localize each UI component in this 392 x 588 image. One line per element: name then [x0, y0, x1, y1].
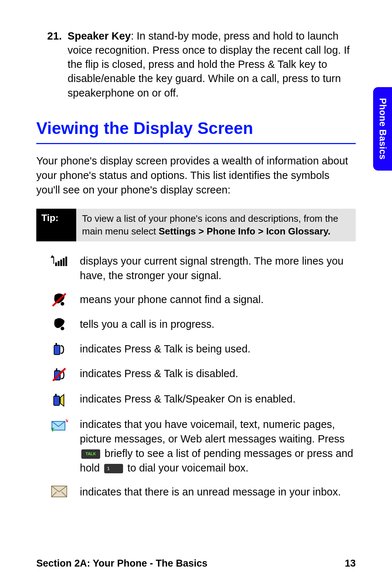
ptt-speaker-icon — [47, 392, 71, 408]
intro-paragraph: Your phone's display screen provides a w… — [36, 154, 356, 197]
list-item-21: 21. Speaker Key: In stand-by mode, press… — [36, 29, 356, 100]
messages-icon: v T — [47, 417, 71, 475]
row-text: indicates that you have voicemail, text,… — [80, 417, 356, 475]
tip-bold: Settings > Phone Info > Icon Glossary. — [159, 226, 330, 237]
svg-rect-9 — [54, 345, 60, 355]
row-no-signal: means your phone cannot find a signal. — [47, 292, 356, 307]
item-body: Speaker Key: In stand-by mode, press and… — [68, 29, 356, 100]
tip-box: Tip: To view a list of your phone's icon… — [36, 209, 356, 241]
section-tab-label: Phone Basics — [377, 98, 388, 160]
svg-point-6 — [61, 302, 64, 306]
svg-rect-1 — [55, 262, 57, 266]
svg-rect-15 — [55, 394, 57, 397]
row-messages: v T indicates that you have voicemail, t… — [47, 417, 356, 475]
row-signal: displays your current signal strength. T… — [47, 254, 356, 283]
item-number: 21. — [47, 29, 62, 100]
svg-rect-4 — [63, 258, 65, 266]
item-label: Speaker Key — [68, 30, 131, 42]
svg-text:T: T — [51, 427, 54, 432]
call-icon — [47, 317, 71, 332]
one-key-icon — [104, 464, 123, 473]
icon-glossary-list: displays your current signal strength. T… — [36, 254, 356, 499]
signal-icon — [47, 254, 71, 283]
row-ptt-speaker: indicates Press & Talk/Speaker On is ena… — [47, 392, 356, 408]
svg-marker-16 — [60, 395, 64, 406]
svg-rect-10 — [56, 343, 57, 346]
footer-section: Section 2A: Your Phone - The Basics — [36, 558, 208, 569]
row-text: indicates Press & Talk is disabled. — [80, 366, 356, 382]
svg-text:v: v — [66, 418, 68, 423]
row-text: tells you a call is in progress. — [80, 317, 356, 332]
tip-body: To view a list of your phone's icons and… — [76, 209, 356, 241]
heading-viewing-display: Viewing the Display Screen — [36, 118, 356, 138]
row-text: displays your current signal strength. T… — [80, 254, 356, 283]
svg-marker-0 — [50, 255, 54, 264]
envelope-icon — [47, 485, 71, 499]
svg-rect-12 — [56, 368, 57, 371]
row-call: tells you a call is in progress. — [47, 317, 356, 332]
footer-page: 13 — [345, 558, 356, 569]
page-footer: Section 2A: Your Phone - The Basics 13 — [36, 558, 356, 569]
row-text: indicates that there is an unread messag… — [80, 485, 356, 499]
row-unread: indicates that there is an unread messag… — [47, 485, 356, 499]
ptt-disabled-icon — [47, 366, 71, 382]
row-text: means your phone cannot find a signal. — [80, 292, 356, 307]
svg-rect-2 — [58, 261, 60, 266]
svg-point-8 — [61, 327, 64, 330]
no-signal-icon — [47, 292, 71, 307]
talk-key-icon — [81, 449, 100, 459]
row-ptt-disabled: indicates Press & Talk is disabled. — [47, 366, 356, 382]
svg-rect-5 — [65, 257, 67, 266]
section-tab: Phone Basics — [373, 87, 392, 171]
svg-rect-14 — [54, 396, 60, 405]
row-text: indicates Press & Talk/Speaker On is ena… — [80, 392, 356, 408]
row-text: indicates Press & Talk is being used. — [80, 342, 356, 357]
svg-rect-3 — [60, 260, 62, 266]
row-ptt: indicates Press & Talk is being used. — [47, 342, 356, 357]
heading-rule — [36, 143, 356, 144]
tip-label: Tip: — [36, 209, 76, 241]
ptt-icon — [47, 342, 71, 357]
